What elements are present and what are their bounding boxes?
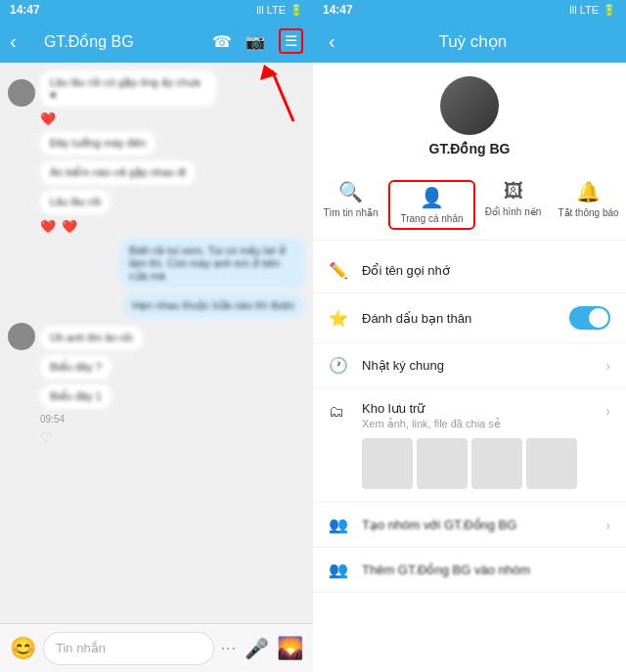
menu-item-creategroup[interactable]: 👥 Tạo nhóm với GT.Đồng BG ›: [313, 503, 626, 548]
menu-text: Đánh dấu bạn thân: [362, 311, 558, 326]
table-row: Biểu đây 1: [8, 384, 305, 409]
chevron-right-icon: ›: [605, 358, 610, 374]
dots-button[interactable]: ···: [221, 640, 237, 657]
mic-button[interactable]: 🎤: [245, 637, 269, 660]
action-label: Tắt thông báo: [558, 207, 618, 218]
timestamp: 09:54: [8, 414, 305, 425]
storage-icon: 🗂: [329, 403, 350, 421]
table-row: Hẹn nhau thuộc bữa nào thì được: [8, 293, 305, 318]
avatar: [440, 76, 499, 135]
bubble-left: Biểu đây 1: [40, 384, 112, 409]
group-icon: 👥: [329, 515, 350, 534]
action-search[interactable]: 🔍 Tìm tin nhắn: [313, 180, 388, 230]
bubble-right: Hẹn nhau thuộc bữa nào thì được: [122, 293, 305, 318]
bubble-left: Uh anh lên ân rồi: [40, 326, 143, 350]
bubble-left: Đây tưởng mày đến: [40, 131, 156, 156]
chat-bottom-bar: 😊 Tin nhắn ··· 🎤 🌄: [0, 623, 313, 672]
storage-subtext: Xem ảnh, link, file đã chia sẻ: [362, 418, 594, 430]
table-row: Lâu lâu rồi: [8, 190, 305, 214]
toggle-switch[interactable]: [569, 306, 610, 330]
avatar: [8, 323, 35, 350]
menu-text: Tạo nhóm với GT.Đồng BG: [362, 517, 594, 532]
attach-button[interactable]: 🌄: [277, 636, 303, 661]
clock-icon: 🕐: [329, 356, 350, 375]
menu-item-bestfriend[interactable]: ⭐ Đánh dấu bạn thân: [313, 293, 626, 343]
bubble-left: Lâu lâu rồi: [40, 190, 111, 214]
table-row: Biết rồi tui xem. Tui có mấy bé ở làm th…: [8, 239, 305, 289]
menu-list: ✏️ Đổi tên gọi nhớ ⭐ Đánh dấu bạn thân 🕐…: [313, 248, 626, 593]
star-icon: ⭐: [329, 309, 350, 328]
menu-item-diary[interactable]: 🕐 Nhật ký chung ›: [313, 343, 626, 388]
menu-item-storage[interactable]: 🗂 Kho lưu trữ Xem ảnh, link, file đã chi…: [313, 388, 626, 503]
time-right: 14:47: [323, 3, 353, 17]
table-row: Đây tưởng mày đến: [8, 131, 305, 156]
menu-text: Nhật ký chung: [362, 358, 594, 373]
signal-icon: lll LTE: [256, 4, 286, 16]
action-label: Tìm tin nhắn: [323, 207, 378, 218]
bubble-left: Án kiểm nào về gặp nhau đi: [40, 160, 196, 185]
menu-button[interactable]: ☰: [279, 28, 303, 54]
storage-thumb: [526, 438, 577, 489]
back-button-left[interactable]: ‹: [10, 30, 17, 53]
battery-icon: 🔋: [290, 4, 303, 17]
chevron-right-icon: ›: [605, 517, 610, 533]
table-row: Uh anh lên ân rồi: [8, 323, 305, 350]
back-button-right[interactable]: ‹: [329, 30, 335, 53]
emoji-button[interactable]: 😊: [10, 636, 36, 661]
chat-area: Lâu lâu rồi có gặp ông ấy chưa ♥ ❤️ Đây …: [0, 63, 313, 623]
storage-thumb: [417, 438, 468, 489]
storage-thumb: [362, 438, 413, 489]
page-title: Tuỳ chọn: [335, 31, 610, 52]
action-mute[interactable]: 🔔 Tắt thông báo: [551, 180, 626, 230]
menu-item-addgroup[interactable]: 👥 Thêm GT.Đồng BG vào nhóm: [313, 548, 626, 593]
action-icons-row: 🔍 Tìm tin nhắn 👤 Trang cá nhân 🖼 Đổi hìn…: [313, 170, 626, 241]
profile-section: GT.Đồng BG: [313, 63, 626, 170]
action-profile[interactable]: 👤 Trang cá nhân: [388, 180, 475, 230]
action-label: Trang cá nhân: [400, 213, 463, 224]
menu-text: Đổi tên gọi nhớ: [362, 263, 610, 278]
bubble-right: Biết rồi tui xem. Tui có mấy bé ở làm th…: [119, 239, 305, 289]
table-row: Biểu đây ?: [8, 355, 305, 380]
action-wallpaper[interactable]: 🖼 Đổi hình nền: [475, 180, 551, 230]
bubble-left: Biểu đây ?: [40, 355, 112, 380]
bubble-left: Lâu lâu rồi có gặp ông ấy chưa ♥: [40, 70, 216, 107]
addgroup-icon: 👥: [329, 560, 350, 579]
rename-icon: ✏️: [329, 261, 350, 280]
menu-item-rename[interactable]: ✏️ Đổi tên gọi nhớ: [313, 248, 626, 293]
chevron-right-icon: ›: [605, 403, 610, 419]
video-icon[interactable]: 📷: [246, 32, 265, 51]
table-row: Án kiểm nào về gặp nhau đi: [8, 160, 305, 185]
contact-name: GT.Đồng BG: [24, 32, 154, 51]
signal-icon-right: lll LTE: [569, 4, 599, 16]
svg-line-0: [272, 70, 293, 121]
phone-icon[interactable]: ☎: [212, 32, 232, 51]
time-left: 14:47: [10, 3, 40, 17]
storage-thumb: [471, 438, 522, 489]
action-label: Đổi hình nền: [485, 206, 542, 217]
message-input[interactable]: Tin nhắn: [44, 633, 213, 664]
menu-text: Thêm GT.Đồng BG vào nhóm: [362, 562, 610, 577]
battery-icon-right: 🔋: [603, 4, 616, 17]
red-arrow-indicator: [256, 63, 305, 130]
avatar: [8, 79, 35, 107]
menu-text: Kho lưu trữ: [362, 401, 594, 416]
profile-name: GT.Đồng BG: [429, 141, 511, 157]
